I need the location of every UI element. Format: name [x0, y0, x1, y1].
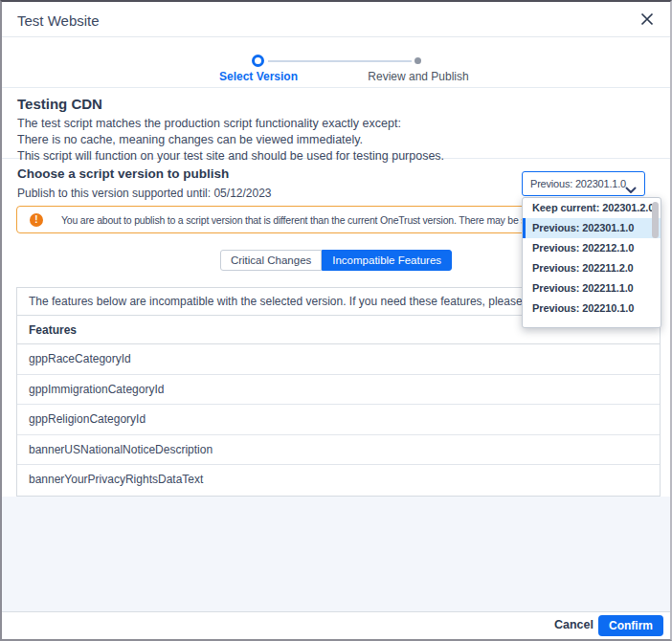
cancel-button[interactable]: Cancel — [554, 618, 594, 631]
intro-line: This script will function on your test s… — [17, 148, 655, 165]
table-row: gppRaceCategoryId — [17, 344, 660, 375]
choose-version-heading: Choose a script version to publish — [17, 166, 229, 181]
dropdown-option[interactable]: Keep current: 202301.2.0 — [523, 198, 661, 218]
table-row: bannerUSNationalNoticeDescription — [17, 435, 660, 466]
content-spacer — [2, 497, 670, 615]
version-select-value: Previous: 202301.1.0 — [530, 178, 626, 189]
modal-title: Test Website — [17, 12, 100, 29]
version-dropdown-list: Keep current: 202301.2.0 Previous: 20230… — [522, 197, 661, 328]
dropdown-option-clipped[interactable]: Previous: 202209.1.0 — [523, 327, 661, 328]
step-upcoming-indicator — [414, 57, 421, 64]
step-connector-line — [268, 60, 412, 62]
confirm-button[interactable]: Confirm — [598, 615, 663, 636]
tab-incompatible-features[interactable]: Incompatible Features — [322, 250, 452, 271]
section-heading: Testing CDN — [17, 96, 655, 112]
tab-critical-changes[interactable]: Critical Changes — [220, 250, 322, 271]
chevron-down-icon — [625, 181, 637, 198]
progress-stepper: Select Version Review and Publish — [2, 37, 670, 88]
close-button[interactable] — [638, 11, 657, 30]
publish-modal: Test Website Select Version Review and P… — [0, 0, 672, 641]
step-label-review-publish: Review and Publish — [368, 70, 468, 83]
dropdown-option[interactable]: Previous: 202210.1.0 — [523, 298, 661, 319]
dropdown-scrollbar-thumb[interactable] — [652, 202, 659, 238]
intro-line: The test script matches the production s… — [17, 116, 655, 132]
dropdown-option[interactable]: Previous: 202211.1.0 — [523, 278, 661, 298]
table-row: gppImmigrationCategoryId — [17, 375, 660, 406]
dropdown-option[interactable]: Previous: 202211.2.0 — [523, 258, 661, 278]
warning-icon: ! — [30, 213, 43, 227]
close-icon — [639, 15, 655, 30]
support-until-note: Publish to this version supported until:… — [17, 187, 272, 200]
table-row: gppReligionCategoryId — [17, 405, 660, 435]
dropdown-option[interactable]: Previous: 202212.1.0 — [523, 238, 661, 258]
modal-header: Test Website — [2, 2, 670, 37]
step-label-select-version: Select Version — [219, 70, 298, 83]
table-row: bannerYourPrivacyRightsDataText — [17, 465, 660, 496]
intro-line: There is no cache, meaning changes can b… — [17, 132, 655, 148]
modal-footer: Cancel Confirm — [2, 611, 670, 639]
dropdown-option-selected[interactable]: Previous: 202301.1.0 — [523, 218, 661, 238]
version-select[interactable]: Previous: 202301.1.0 — [522, 171, 645, 196]
testing-cdn-section: Testing CDN The test script matches the … — [2, 88, 670, 159]
step-active-indicator — [252, 55, 264, 67]
